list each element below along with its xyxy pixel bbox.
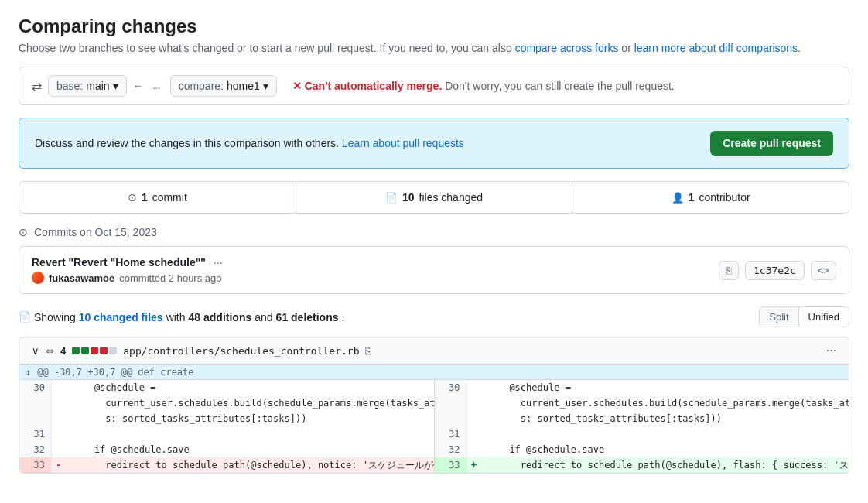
branch-arrow-icon: ← (133, 80, 144, 92)
compare-across-forks-link[interactable]: compare across forks (515, 42, 619, 54)
base-branch-name: main (86, 80, 109, 92)
diff-left-row-31: 31 (19, 426, 434, 442)
info-box: Discuss and review the changes in this c… (19, 118, 849, 169)
commits-header: ⊙ Commits on Oct 15, 2023 (19, 226, 849, 238)
diff-left-row-30c: s: sorted_tasks_attributes[:tasks])) (19, 411, 434, 426)
commit-hash: 1c37e2c (745, 261, 805, 280)
commit-actions: ⎘ 1c37e2c <> (719, 261, 836, 280)
compare-branch-name: home1 (227, 80, 260, 92)
unified-view-button[interactable]: Unified (799, 307, 849, 327)
compare-label: compare: (179, 80, 224, 92)
diff-header-right: ··· (826, 344, 836, 358)
diff-bar-4 (100, 347, 108, 354)
diff-left-row-32: 32 if @schedule.save (19, 442, 434, 457)
learn-about-pull-requests-link[interactable]: Learn about pull requests (342, 137, 464, 149)
diff-right-side: 30 @schedule = current_user.schedules.bu… (434, 380, 849, 473)
split-diff: 30 @schedule = current_user.schedules.bu… (19, 380, 849, 473)
files-changed-stat: 📄 10 files changed (296, 182, 573, 213)
compare-branch-chevron: ▾ (263, 80, 268, 92)
diff-bar-3 (91, 347, 98, 354)
learn-more-link[interactable]: learn more about diff comparisons (634, 42, 798, 54)
file-icon: 📄 (385, 192, 398, 204)
browse-code-button[interactable]: <> (811, 261, 836, 280)
diff-container: ∨ ⇔ 4 app/controllers/schedules_controll… (19, 337, 849, 474)
commits-stat: ⊙ 1 commit (19, 182, 296, 213)
hunk-expand-icon[interactable]: ↕ (26, 367, 31, 378)
diff-body: 30 @schedule = current_user.schedules.bu… (19, 380, 849, 473)
create-pull-request-button[interactable]: Create pull request (710, 131, 833, 156)
commit-info: Revert "Revert "Home schedule"" ··· fuka… (32, 256, 223, 284)
commit-icon: ⊙ (128, 191, 137, 204)
merge-info-text: Don't worry, you can still create the pu… (445, 80, 675, 92)
page-title: Comparing changes (19, 15, 849, 37)
contributor-icon: 👤 (672, 192, 684, 204)
file-icon-small: 📄 (19, 311, 31, 323)
diff-collapse-chevron[interactable]: ∨ (32, 345, 39, 357)
base-branch-chevron: ▾ (113, 80, 118, 92)
page-subtitle: Choose two branches to see what's change… (19, 42, 849, 54)
info-box-text: Discuss and review the changes in this c… (35, 137, 464, 149)
branch-bar: ⇄ base: main ▾ ← ... compare: home1 ▾ ✕ … (19, 67, 849, 105)
diff-header-left: ∨ ⇔ 4 app/controllers/schedules_controll… (32, 345, 371, 357)
commit-author-link[interactable]: fukasawamoe (49, 272, 114, 284)
commit-meta: fukasawamoe committed 2 hours ago (32, 272, 223, 284)
diff-right-row-33: 33 + redirect_to schedule_path(@schedule… (435, 457, 849, 473)
merge-warning-text: ✕ Can't automatically merge. (292, 80, 443, 92)
diff-right-row-30b: current_user.schedules.build(schedule_pa… (435, 395, 849, 411)
view-toggle: Split Unified (759, 306, 849, 327)
diff-expand-icon: ⇔ (46, 345, 54, 357)
diff-right-row-31: 31 (435, 426, 849, 442)
diff-bar-5 (109, 347, 117, 354)
commits-header-icon: ⊙ (19, 226, 28, 238)
diff-hunk-header: ↕ @@ -30,7 +30,7 @@ def create (19, 364, 849, 380)
split-view-button[interactable]: Split (760, 307, 798, 327)
diff-change-count: 4 (60, 345, 66, 357)
diff-left-side: 30 @schedule = current_user.schedules.bu… (19, 380, 434, 473)
diff-bar-2 (81, 347, 89, 354)
diff-right-row-30: 30 @schedule = (435, 380, 849, 395)
diff-left-row-30b: current_user.schedules.build(schedule_pa… (19, 395, 434, 411)
showing-bar: 📄 Showing 10 changed files with 48 addit… (19, 306, 849, 327)
changed-files-link[interactable]: 10 changed files (79, 311, 163, 323)
base-branch-select[interactable]: base: main ▾ (48, 75, 127, 97)
diff-right-row-32: 32 if @schedule.save (435, 442, 849, 457)
copy-commit-button[interactable]: ⎘ (719, 261, 739, 280)
branch-more-button[interactable]: ... (150, 79, 164, 93)
base-label: base: (56, 80, 83, 92)
diff-more-button[interactable]: ··· (826, 344, 836, 358)
diff-file-header: ∨ ⇔ 4 app/controllers/schedules_controll… (19, 337, 849, 364)
copy-path-icon[interactable]: ⎘ (365, 345, 371, 357)
diff-bar-1 (72, 347, 80, 354)
compare-branch-select[interactable]: compare: home1 ▾ (170, 75, 277, 97)
commits-section: ⊙ Commits on Oct 15, 2023 Revert "Revert… (19, 226, 849, 294)
diff-filepath: app/controllers/schedules_controller.rb (123, 345, 359, 357)
diff-left-row-33: 33 - redirect_to schedule_path(@schedule… (19, 457, 434, 473)
author-avatar (32, 272, 44, 284)
diff-right-row-30c: s: sorted_tasks_attributes[:tasks])) (435, 411, 849, 426)
commit-title: Revert "Revert "Home schedule"" ··· (32, 256, 223, 269)
switch-branches-icon[interactable]: ⇄ (32, 79, 42, 94)
contributors-stat: 👤 1 contributor (572, 182, 849, 213)
showing-text: 📄 Showing 10 changed files with 48 addit… (19, 311, 344, 323)
diff-bars (72, 347, 117, 354)
diff-left-row-30: 30 @schedule = (19, 380, 434, 395)
commit-card: Revert "Revert "Home schedule"" ··· fuka… (19, 246, 849, 294)
commits-date: Commits on Oct 15, 2023 (34, 226, 157, 238)
stats-bar: ⊙ 1 commit 📄 10 files changed 👤 1 contri… (19, 181, 849, 214)
